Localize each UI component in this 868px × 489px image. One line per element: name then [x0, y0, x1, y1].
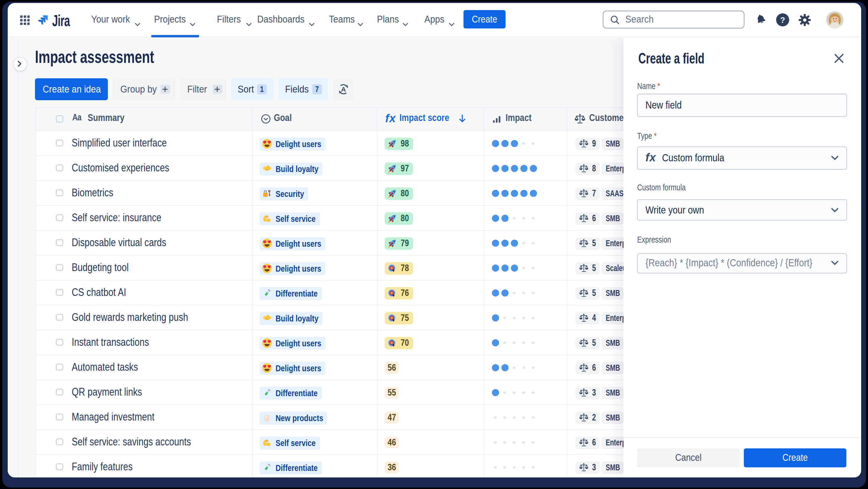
svg-text:A: A	[341, 85, 346, 93]
svg-text:?: ?	[780, 16, 785, 24]
